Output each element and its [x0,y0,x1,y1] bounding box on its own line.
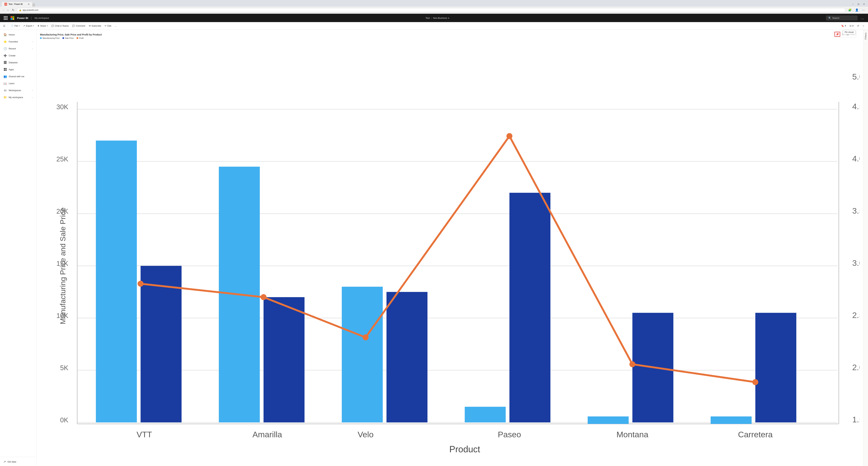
toolbar-more-button[interactable]: ... [113,24,118,28]
view-button[interactable]: ⊡ ▾ [848,24,855,28]
favorites-icon: ⭐ [3,40,7,43]
svg-rect-6 [5,69,7,71]
bar-vtt-sale[interactable] [141,266,182,423]
sidebar-item-datasets[interactable]: Datasets [0,59,36,66]
sidebar-collapse-button[interactable]: ☰ [2,24,6,28]
profile-button[interactable]: 👤 [854,8,860,12]
pin-icon: 📌 [836,33,839,36]
sidebar-item-workspaces[interactable]: 🗂 Workspaces › [0,87,36,94]
sidebar-item-myworkspace[interactable]: 📁 My workspace ⌄ [0,94,36,101]
sidebar-item-favorites[interactable]: ⭐ Favorites › [0,38,36,45]
profit-dot-amarilla[interactable] [260,294,267,300]
bar-montana-mfg[interactable] [588,416,629,424]
tab-favicon: PBI [4,3,7,6]
profit-dot-carretera[interactable] [752,379,758,385]
datasets-icon [3,61,7,64]
browser-more-button[interactable]: ⋯ [861,8,866,12]
pin-visual-tooltip: Pin visual [843,30,856,34]
global-search-box[interactable]: 🔍 Search [826,16,858,20]
profit-dot-velo[interactable] [363,334,369,341]
extensions-button[interactable]: 🧩 [847,8,853,12]
more-icon: ... [115,25,117,27]
comment-button[interactable]: 💬 Comment [71,24,87,28]
learn-icon: 📖 [3,82,7,85]
waffle-menu-button[interactable] [3,15,8,21]
subscribe-button[interactable]: ✉ Subscribe [88,24,103,28]
reload-button[interactable]: ↻ [11,8,15,12]
back-button[interactable]: ‹ [2,8,5,12]
share-icon: ⬆ [37,25,39,27]
new-tab-button[interactable]: + [33,3,35,7]
home-icon: 🏠 [3,33,7,36]
address-bar[interactable]: 🔒 app.powerbi.com [17,8,846,12]
minimize-button[interactable]: ─ [850,2,856,7]
pin-visual-button[interactable]: 📌 [834,32,840,37]
view-icon: ⊡ [849,25,851,27]
legend-dot-sale [62,37,64,39]
forward-button[interactable]: › [6,8,9,12]
get-data-button[interactable]: ↗ Get data [0,458,36,465]
chat-in-teams-button[interactable]: 💬 Chat in Teams [50,24,70,28]
active-tab[interactable]: PBI Test - Power BI ✕ [1,2,33,7]
browser-chrome: PBI Test - Power BI ✕ + ─ ⊡ ✕ ‹ › ↻ 🔒 ap… [0,0,868,14]
search-icon: 🔍 [828,17,831,19]
svg-text:Profit: Profit [858,257,860,274]
bar-velo-sale[interactable] [386,292,428,423]
app-title: Power BI [17,17,28,20]
app-container: Power BI | My workspace Test | Non-Busin… [0,14,868,466]
bar-paseo-mfg[interactable] [465,407,506,423]
workspace-label[interactable]: My workspace [35,17,49,19]
sidebar-item-recent[interactable]: 🕐 Recent › [0,45,36,52]
myworkspace-label: My workspace [9,96,23,98]
refresh-button[interactable]: ↺ [856,24,860,28]
profit-dot-paseo[interactable] [506,133,512,139]
report-toolbar: ☰ 📄 File ▾ ↗ Export ▾ ⬆ Share ▾ 💬 Chat i… [0,22,868,30]
bar-carretera-mfg[interactable] [711,416,752,424]
top-bar-more-button[interactable]: ... [860,15,865,21]
get-data-icon: ↗ [3,460,6,463]
profit-dot-vtt[interactable] [138,281,144,287]
sensitivity-badge[interactable]: Non-Business ∨ [433,17,450,19]
bar-vtt-mfg[interactable] [96,141,137,423]
favorites-label: Favorites [9,40,18,43]
sensitivity-chevron: ∨ [448,17,450,19]
bar-amarilla-sale[interactable] [264,297,305,423]
edit-button[interactable]: ✏ Edit [103,24,113,28]
bar-paseo-sale[interactable] [509,193,550,423]
address-text: app.powerbi.com [23,9,38,11]
apps-icon [3,68,7,71]
xlabel-montana: Montana [616,430,648,439]
myworkspace-chevron: ⌄ [31,96,33,98]
svg-text:2.0M: 2.0M [852,363,860,372]
xlabel-carretera: Carretera [738,430,773,439]
file-button[interactable]: 📄 File ▾ [9,24,21,28]
browser-controls: ‹ › ↻ 🔒 app.powerbi.com 🧩 👤 ⋯ [0,7,868,13]
bookmark-button[interactable]: 🔖 ▾ [840,24,847,28]
edit-icon: ✏ [105,25,106,27]
export-button[interactable]: ↗ Export ▾ [22,24,35,28]
bar-velo-mfg[interactable] [342,287,383,423]
sidebar-item-create[interactable]: ➕ Create [0,52,36,59]
subscribe-label: Subscribe [92,25,101,27]
shared-label: Shared with me [9,75,24,78]
close-button[interactable]: ✕ [861,2,867,7]
chart-legend: Manufacturing Price Sale Price Profit [40,37,860,39]
share-label: Share [40,25,46,27]
sidebar-item-learn[interactable]: 📖 Learn [0,80,36,87]
sidebar-item-shared[interactable]: 👥 Shared with me [0,73,36,80]
restore-button[interactable]: ⊡ [856,2,861,7]
bar-carretera-sale[interactable] [755,313,796,423]
share-button[interactable]: ⬆ Share ▾ [36,24,49,28]
sidebar-item-apps[interactable]: Apps [0,66,36,73]
file-label: File [14,25,18,27]
tab-close-button[interactable]: ✕ [28,3,30,6]
bookmark-icon: 🔖 [841,25,844,27]
favorite-button[interactable]: ☆ [861,24,866,28]
svg-rect-3 [4,68,5,69]
pin-visual-text: Pin visual [845,31,854,33]
sidebar-item-home[interactable]: 🏠 Home [0,31,36,38]
profit-dot-montana[interactable] [629,361,636,367]
svg-text:5K: 5K [60,364,68,372]
recent-chevron: › [32,48,33,50]
filters-panel[interactable]: Filters [863,30,868,466]
